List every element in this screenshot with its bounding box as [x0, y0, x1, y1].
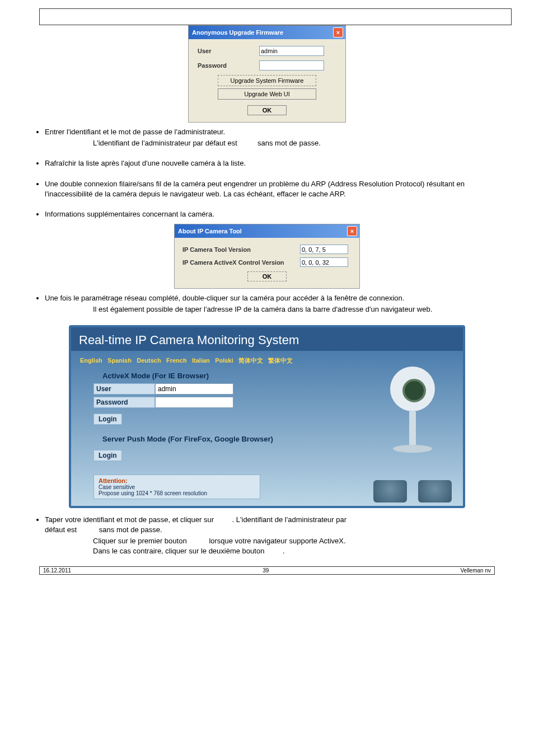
- camera-icon: [373, 480, 407, 503]
- list-item: Taper votre identifiant et mot de passe,…: [45, 515, 512, 557]
- note-text: Il est également possible de taper l'adr…: [45, 304, 512, 314]
- user-input[interactable]: [259, 46, 324, 56]
- attention-box: Attention: Case sensitive Propose using …: [93, 475, 260, 499]
- upgrade-dialog: Anonymous Upgrade Firmware × User Passwo…: [188, 25, 346, 123]
- text: Entrer l'identifiant et le mot de passe …: [45, 128, 225, 136]
- about-ok-button[interactable]: OK: [247, 271, 287, 281]
- user-label: User: [198, 48, 259, 54]
- activex-version-label: IP Camera ActiveX Control Version: [182, 259, 300, 266]
- footer-brand: Velleman nv: [461, 567, 491, 574]
- footer-date: 16.12.2011: [43, 567, 71, 574]
- instruction-list-3: Taper votre identifiant et mot de passe,…: [22, 515, 512, 557]
- list-item: Rafraîchir la liste après l'ajout d'une …: [45, 158, 512, 168]
- ws-password-input[interactable]: [155, 397, 233, 408]
- instruction-list-2: Une fois le paramétrage réseau complété,…: [22, 293, 512, 314]
- dialog-body: User Password Upgrade System Firmware Up…: [189, 39, 345, 122]
- web-login-screenshot: Real-time IP Camera Monitoring System En…: [69, 325, 465, 508]
- dialog-title-text: Anonymous Upgrade Firmware: [192, 29, 283, 36]
- text: sans mot de passe.: [99, 525, 162, 534]
- page-title: Real-time IP Camera Monitoring System: [71, 327, 463, 351]
- text: . L'identifiant de l'administrateur par: [232, 515, 346, 524]
- lang-link[interactable]: 繁体中文: [268, 357, 293, 364]
- lang-link[interactable]: English: [80, 357, 102, 364]
- ws-password-label: Password: [93, 397, 155, 408]
- list-item: Une double connexion filaire/sans fil de…: [45, 179, 512, 199]
- attention-line: Propose using 1024 * 768 screen resoluti…: [99, 490, 255, 496]
- page-footer: 16.12.2011 39 Velleman nv: [39, 566, 495, 575]
- lang-link[interactable]: French: [166, 357, 187, 364]
- close-icon[interactable]: ×: [333, 27, 343, 37]
- note-text: L'identifiant de l'administrateur par dé…: [45, 138, 512, 148]
- note-text: Cliquer sur le premier bouton lorsque vo…: [45, 536, 512, 556]
- text: Taper votre identifiant et mot de passe,…: [45, 515, 214, 524]
- text: Une fois le paramétrage réseau complété,…: [45, 294, 404, 302]
- upgrade-system-button[interactable]: Upgrade System Firmware: [218, 75, 316, 86]
- top-border-frame: [39, 8, 512, 25]
- about-dialog: About IP Camera Tool × IP Camera Tool Ve…: [174, 224, 360, 289]
- about-body: IP Camera Tool Version IP Camera ActiveX…: [175, 238, 359, 288]
- list-item: Entrer l'identifiant et le mot de passe …: [45, 127, 512, 148]
- text: Informations supplémentaires concernant …: [45, 210, 214, 218]
- close-icon[interactable]: ×: [347, 226, 357, 236]
- lang-link[interactable]: Deutsch: [137, 357, 161, 364]
- camera-icon: [418, 480, 452, 503]
- attention-line: Case sensitive: [99, 484, 255, 490]
- password-label: Password: [198, 62, 259, 69]
- text: Rafraîchir la liste après l'ajout d'une …: [45, 159, 246, 167]
- attention-title: Attention:: [99, 477, 255, 484]
- upgrade-webui-button[interactable]: Upgrade Web UI: [218, 88, 316, 100]
- lang-link[interactable]: Italian: [192, 357, 210, 364]
- tool-version-label: IP Camera Tool Version: [182, 246, 300, 253]
- login-button-activex[interactable]: Login: [93, 414, 122, 425]
- list-item: Informations supplémentaires concernant …: [45, 209, 512, 219]
- webcam-illustration: [379, 367, 446, 473]
- text: défaut est: [45, 525, 77, 534]
- lang-link[interactable]: Polski: [215, 357, 233, 364]
- text: Une double connexion filaire/sans fil de…: [45, 180, 465, 198]
- login-button-push[interactable]: Login: [93, 450, 122, 461]
- ws-user-label: User: [93, 383, 155, 395]
- camera-thumbnails: [373, 480, 452, 503]
- language-links: English Spanish Deutsch French Italian P…: [80, 356, 454, 365]
- password-input[interactable]: [259, 60, 324, 71]
- lang-link[interactable]: Spanish: [107, 357, 132, 364]
- instruction-list: Entrer l'identifiant et le mot de passe …: [22, 127, 512, 219]
- ok-button[interactable]: OK: [247, 105, 287, 115]
- lang-link[interactable]: 简体中文: [238, 357, 263, 364]
- dialog-titlebar: Anonymous Upgrade Firmware ×: [189, 26, 345, 39]
- activex-version-value: [300, 257, 348, 267]
- tool-version-value: [300, 245, 348, 254]
- footer-page: 39: [263, 567, 269, 574]
- list-item: Une fois le paramétrage réseau complété,…: [45, 293, 512, 314]
- about-title-text: About IP Camera Tool: [178, 228, 242, 234]
- about-dialog-titlebar: About IP Camera Tool ×: [175, 224, 359, 238]
- ws-user-input[interactable]: [155, 383, 233, 395]
